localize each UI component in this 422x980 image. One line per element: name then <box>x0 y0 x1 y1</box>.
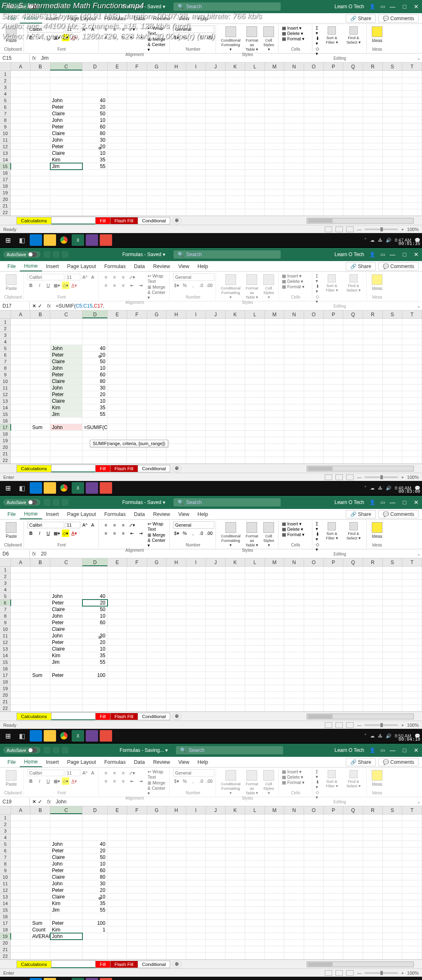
cell-P10[interactable] <box>324 874 343 880</box>
cell-C21[interactable] <box>50 203 82 209</box>
cell-N6[interactable] <box>284 104 304 110</box>
cell-F18[interactable] <box>127 679 147 685</box>
cell-R10[interactable] <box>363 874 383 880</box>
cell-S10[interactable] <box>383 626 403 632</box>
close-button[interactable]: ✕ <box>414 499 419 506</box>
sheet-tab-conditional[interactable]: Conditional <box>138 961 171 968</box>
cell-M21[interactable] <box>265 946 284 953</box>
cell-B22[interactable] <box>30 457 50 464</box>
taskview-icon[interactable]: ◧ <box>16 978 28 980</box>
row-header-12[interactable]: 12 <box>0 143 11 150</box>
cell-C4[interactable] <box>50 586 82 593</box>
cell-S9[interactable] <box>383 371 403 378</box>
cell-L8[interactable] <box>245 365 265 371</box>
cell-D3[interactable] <box>82 332 108 338</box>
cell-N12[interactable] <box>284 639 304 646</box>
cell-N22[interactable] <box>284 457 304 464</box>
cell-L13[interactable] <box>245 894 265 900</box>
cell-P3[interactable] <box>324 332 343 338</box>
cell-B19[interactable] <box>30 685 50 692</box>
cell-L13[interactable] <box>245 646 265 652</box>
cell-O10[interactable] <box>304 378 324 385</box>
cell-A11[interactable] <box>11 632 30 639</box>
cell-T14[interactable] <box>402 156 422 163</box>
cell-D17[interactable] <box>82 176 108 183</box>
cell-T19[interactable] <box>402 189 422 196</box>
cell-R10[interactable] <box>363 130 383 137</box>
cell-O13[interactable] <box>304 398 324 404</box>
tray-chevron-icon[interactable]: ˄ <box>364 733 367 739</box>
row-header-13[interactable]: 13 <box>0 894 11 900</box>
cell-N9[interactable] <box>284 867 304 874</box>
cell-C16[interactable] <box>50 418 82 424</box>
cell-O19[interactable] <box>304 685 324 692</box>
cell-R7[interactable] <box>363 854 383 861</box>
cell-H2[interactable] <box>166 821 186 828</box>
cell-C17[interactable]: John <box>50 424 82 431</box>
cell-O7[interactable] <box>304 854 324 861</box>
cell-T4[interactable] <box>402 338 422 345</box>
col-header-L[interactable]: L <box>245 806 265 814</box>
tray-network-icon[interactable]: 🖧 <box>378 733 382 738</box>
cell-K21[interactable] <box>225 450 245 457</box>
cell-Q1[interactable] <box>343 319 363 325</box>
cell-K19[interactable] <box>225 189 245 196</box>
tray-cloud-icon[interactable]: ☁ <box>370 485 375 491</box>
cell-P6[interactable] <box>324 847 343 854</box>
cell-H15[interactable] <box>166 907 186 913</box>
cell-H9[interactable] <box>166 867 186 874</box>
cell-J22[interactable] <box>206 457 225 464</box>
cell-D5[interactable]: 40 <box>82 841 108 847</box>
cell-N2[interactable] <box>284 77 304 84</box>
cell-P10[interactable] <box>324 378 343 385</box>
comments-button[interactable]: 💬 Comments <box>378 14 419 23</box>
cell-T17[interactable] <box>402 424 422 431</box>
cell-B2[interactable] <box>30 821 50 828</box>
cell-O9[interactable] <box>304 619 324 626</box>
sheet-tab-flash-fill[interactable]: Flash Fill <box>110 961 138 968</box>
cell-R6[interactable] <box>363 352 383 358</box>
cell-Q17[interactable] <box>343 424 363 431</box>
cell-O14[interactable] <box>304 156 324 163</box>
menu-view[interactable]: View <box>174 758 193 767</box>
cell-J9[interactable] <box>206 619 225 626</box>
cell-I9[interactable] <box>186 619 206 626</box>
cell-R10[interactable] <box>363 626 383 632</box>
cell-M4[interactable] <box>265 834 284 841</box>
cell-A15[interactable] <box>11 411 30 418</box>
cell-R21[interactable] <box>363 946 383 953</box>
cell-A1[interactable] <box>11 319 30 325</box>
cell-L11[interactable] <box>245 385 265 391</box>
cell-R9[interactable] <box>363 371 383 378</box>
cell-I8[interactable] <box>186 613 206 619</box>
cell-J8[interactable] <box>206 613 225 619</box>
cell-N18[interactable] <box>284 679 304 685</box>
cell-F20[interactable] <box>127 940 147 946</box>
cell-H12[interactable] <box>166 391 186 398</box>
cell-D17[interactable]: =SUMIF(C5:C15,C17, <box>82 424 108 431</box>
cell-G8[interactable] <box>147 117 166 124</box>
cell-R16[interactable] <box>363 170 383 176</box>
cell-H7[interactable] <box>166 854 186 861</box>
row-header-9[interactable]: 9 <box>0 371 11 378</box>
cell-K14[interactable] <box>225 156 245 163</box>
cell-M19[interactable] <box>265 685 284 692</box>
cell-A9[interactable] <box>11 371 30 378</box>
cell-O12[interactable] <box>304 143 324 150</box>
cell-Q19[interactable] <box>343 933 363 940</box>
cell-R18[interactable] <box>363 926 383 933</box>
cell-L11[interactable] <box>245 632 265 639</box>
cell-Q19[interactable] <box>343 437 363 444</box>
cell-G5[interactable] <box>147 345 166 352</box>
cell-E16[interactable] <box>108 170 127 176</box>
cell-Q6[interactable] <box>343 352 363 358</box>
cell-J20[interactable] <box>206 692 225 698</box>
cell-D14[interactable]: 35 <box>82 156 108 163</box>
cell-T14[interactable] <box>402 652 422 659</box>
cell-E6[interactable] <box>108 352 127 358</box>
cell-O20[interactable] <box>304 940 324 946</box>
cell-K20[interactable] <box>225 444 245 450</box>
cell-E2[interactable] <box>108 573 127 580</box>
cell-I9[interactable] <box>186 867 206 874</box>
row-header-21[interactable]: 21 <box>0 203 11 209</box>
